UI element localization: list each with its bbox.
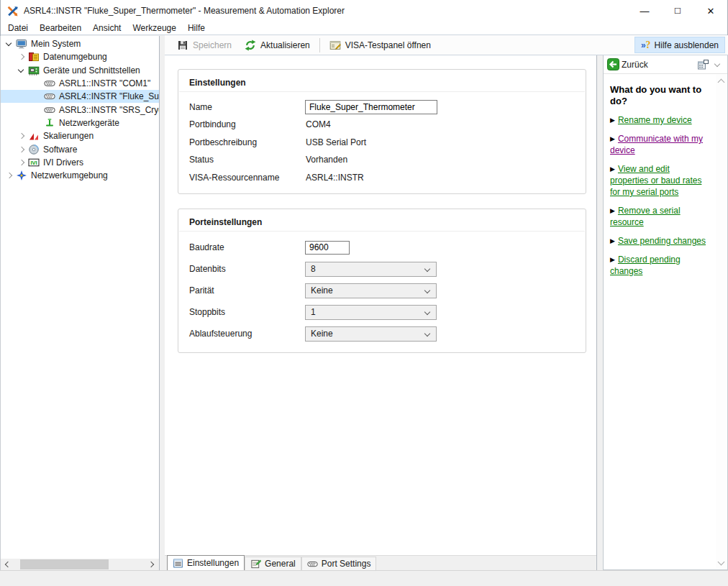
name-input[interactable] [305, 100, 437, 114]
field-label: Name [189, 102, 305, 112]
window-controls: —☐✕ [628, 0, 727, 22]
back-icon[interactable] [607, 58, 619, 70]
help-topics-icon[interactable] [697, 59, 709, 70]
tree-item[interactable]: Mein System [1, 37, 159, 50]
scroll-down-icon[interactable] [717, 559, 725, 567]
menu-item[interactable]: Hilfe [182, 22, 211, 35]
tab-label: Einstellungen [187, 558, 239, 568]
general-page-icon [250, 559, 261, 569]
refresh-button[interactable]: Aktualisieren [238, 37, 317, 54]
help-link[interactable]: Remove a serial resource [610, 205, 708, 228]
tab[interactable]: General [245, 557, 301, 570]
tab[interactable]: Einstellungen [167, 555, 245, 570]
form-row: Portbindung COM4 COM4 [189, 117, 575, 132]
save-button[interactable]: Speichern [170, 37, 238, 54]
tree-expander-icon[interactable] [15, 65, 28, 76]
close-button[interactable]: ✕ [694, 0, 727, 22]
tree-item-label: ASRL4::INSTR "Fluke_Super_ [59, 91, 159, 101]
tree-item-label: Skalierungen [43, 131, 94, 141]
status-bar [0, 570, 728, 586]
form-row: Stoppbits 1 1 [189, 304, 575, 320]
help-link[interactable]: Discard pending changes [610, 254, 708, 277]
dropdown-value: Keine [311, 285, 333, 296]
baudrate-input[interactable] [305, 241, 350, 255]
scrollbar-thumb[interactable] [20, 559, 109, 569]
menu-item[interactable]: Datei [2, 22, 34, 35]
tree-item[interactable]: Datenumgebung [1, 50, 159, 63]
toolbar-button-label: VISA-Testpanel öffnen [345, 40, 431, 50]
tree-horizontal-scrollbar[interactable] [1, 559, 159, 570]
dropdown[interactable]: Keine [305, 326, 437, 342]
network-places-icon [16, 170, 27, 181]
field-label: Status [189, 155, 305, 165]
tree-item[interactable]: ASRL4::INSTR "Fluke_Super_ [1, 90, 159, 103]
software-icon [28, 144, 40, 155]
network-device-icon [44, 117, 55, 129]
tree-item[interactable]: Netzwerkumgebung [1, 169, 159, 182]
dropdown-value: 1 [311, 307, 316, 317]
tree-item[interactable]: Netzwerkgeräte [1, 116, 159, 129]
tree-item[interactable]: Geräte und Schnittstellen [1, 64, 159, 77]
tree-item[interactable]: Software [1, 142, 159, 155]
maximize-button[interactable]: ☐ [661, 0, 694, 22]
field-label: Ablaufsteuerung [189, 329, 305, 339]
tree-item[interactable]: ASRL1::INSTR "COM1" [1, 77, 159, 90]
help-link[interactable]: Communicate with my device [610, 133, 708, 156]
scroll-up-icon[interactable] [717, 77, 725, 85]
dropdown[interactable]: Keine [305, 283, 437, 298]
window-title: ASRL4::INSTR "Fluke_Super_Thermometer" -… [24, 6, 345, 16]
bullet-icon [610, 114, 615, 126]
help-link-text[interactable]: Rename my device [618, 115, 692, 125]
title-bar: ASRL4::INSTR "Fluke_Super_Thermometer" -… [1, 0, 727, 22]
tree-item-label: Netzwerkumgebung [31, 170, 108, 180]
help-link[interactable]: View and edit properties or baud rates f… [610, 163, 708, 198]
back-button-label[interactable]: Zurück [622, 60, 648, 70]
bullet-icon [610, 235, 615, 247]
help-link-text[interactable]: Remove a serial resource [610, 206, 681, 227]
tree-item[interactable]: Skalierungen [1, 129, 159, 142]
toolbar-separator[interactable] [319, 38, 320, 52]
help-vertical-scrollbar[interactable] [716, 75, 727, 569]
tree-expander-icon[interactable] [15, 130, 28, 142]
tree-item[interactable]: ASRL3::INSTR "SRS_Cryogen [1, 103, 159, 116]
visa-testpanel-button[interactable]: VISA-Testpanel öffnen [323, 37, 437, 54]
scroll-left-icon[interactable] [1, 559, 13, 570]
menu-item[interactable]: Bearbeiten [34, 22, 87, 35]
tree-expander-icon[interactable] [15, 51, 28, 63]
refresh-icon [245, 40, 256, 51]
help-link-text[interactable]: Communicate with my device [610, 134, 703, 155]
tree-item-label: Netzwerkgeräte [59, 118, 119, 128]
tree-item-label: ASRL3::INSTR "SRS_Cryogen [59, 105, 159, 115]
dropdown[interactable]: 8 [305, 262, 437, 277]
scroll-right-icon[interactable] [147, 559, 158, 570]
field-label: Parität [189, 285, 305, 296]
help-link-text[interactable]: View and edit properties or baud rates f… [610, 164, 701, 197]
chevron-down-icon [424, 308, 430, 314]
toolbar: Speichern Aktualisieren VISA-Testpanel ö… [165, 35, 728, 55]
tree-expander-icon[interactable] [3, 170, 16, 181]
tree-expander-icon[interactable] [15, 157, 28, 168]
help-link[interactable]: Save pending changes [610, 235, 708, 247]
settings-doc-icon [173, 558, 183, 569]
form-row: Status Vorhanden Vorhanden [189, 152, 575, 167]
tree-expander-icon[interactable] [15, 144, 28, 155]
menu-item[interactable]: Ansicht [87, 22, 127, 35]
configuration-tree: Mein System Datenumgebung Geräte und Sch… [1, 37, 159, 559]
hide-help-button[interactable]: »? Hilfe ausblenden [634, 37, 725, 53]
tree-item[interactable]: IVI Drivers [1, 156, 159, 169]
dropdown[interactable]: 1 [305, 305, 437, 320]
scales-icon [28, 130, 40, 142]
chevron-down-icon[interactable] [712, 59, 724, 70]
form-row: Baudrate 9600 9600 [189, 239, 575, 255]
tree-item-label: IVI Drivers [43, 157, 83, 168]
menu-item[interactable]: Werkzeuge [127, 22, 181, 35]
help-link[interactable]: Rename my device [610, 114, 708, 126]
tree-expander-icon[interactable] [3, 38, 16, 50]
main-content-panel: Einstellungen Name Fluke_Super_Thermomet… [165, 55, 597, 570]
field-label: Portbeschreibung [189, 137, 305, 147]
help-link-text[interactable]: Discard pending changes [610, 255, 681, 276]
tab-label: Port Settings [322, 559, 371, 569]
minimize-button[interactable]: — [628, 0, 661, 22]
help-link-text[interactable]: Save pending changes [618, 236, 706, 246]
tab[interactable]: Port Settings [301, 557, 377, 570]
